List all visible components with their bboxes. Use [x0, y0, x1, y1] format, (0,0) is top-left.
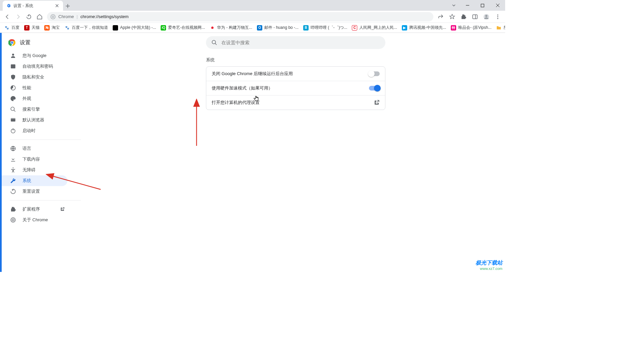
sidebar-item-appearance[interactable]: 外观	[2, 93, 67, 104]
settings-search[interactable]	[206, 36, 385, 49]
bookmark-item[interactable]: Apple (中国大陆) -...	[111, 23, 158, 32]
settings-header: 设置	[2, 37, 86, 50]
sidebar-item-privacy[interactable]: 隐私和安全	[2, 72, 67, 82]
search-icon	[10, 106, 16, 113]
titlebar: 设置 - 系统	[0, 0, 505, 11]
bookmark-item[interactable]: B哔哩哔哩 (゜-゜)つ...	[301, 23, 349, 32]
url-text: chrome://settings/system	[80, 14, 129, 19]
autofill-icon	[10, 63, 16, 70]
sidebar-item-extensions[interactable]: 扩展程序	[2, 204, 67, 215]
folder-icon	[496, 25, 501, 31]
home-button[interactable]	[34, 11, 45, 22]
svg-point-7	[497, 16, 498, 17]
menu-kebab-icon[interactable]	[492, 11, 503, 22]
globe-icon	[10, 145, 16, 152]
maximize-button[interactable]	[475, 0, 490, 10]
chrome-logo-icon	[50, 14, 56, 19]
svg-point-21	[11, 218, 15, 222]
sidepanel-icon[interactable]	[470, 11, 480, 22]
svg-rect-13	[11, 64, 15, 68]
chrome-logo-icon	[8, 39, 16, 46]
bookmarks-bar: 🐾百度 T天猫 淘淘宝 🐾百度一下，你就知道 Apple (中国大陆) -...…	[0, 23, 505, 33]
svg-point-2	[52, 16, 54, 17]
forward-button[interactable]	[13, 11, 23, 22]
close-tab-icon[interactable]	[54, 3, 60, 8]
svg-rect-3	[473, 15, 477, 19]
sidebar-item-reset[interactable]: 重置设置	[2, 186, 67, 197]
svg-point-11	[11, 41, 13, 44]
settings-title: 设置	[20, 39, 31, 46]
svg-point-8	[497, 18, 498, 19]
browser-icon	[10, 117, 16, 123]
bookmark-star-icon[interactable]	[447, 11, 458, 22]
svg-rect-0	[481, 4, 484, 7]
divider	[10, 139, 81, 140]
sidebar-item-autofill[interactable]: 自动填充和密码	[2, 61, 67, 72]
open-in-new-icon	[374, 100, 380, 106]
sidebar-item-system[interactable]: 系统	[2, 175, 67, 186]
window-controls	[448, 0, 505, 11]
toggle-hardware-accel[interactable]	[369, 86, 380, 91]
accessibility-icon	[10, 167, 16, 173]
search-input[interactable]	[221, 40, 380, 45]
settings-main: 系统 关闭 Google Chrome 后继续运行后台应用 使用硬件加速模式（如…	[86, 33, 505, 272]
sidebar-item-downloads[interactable]: 下载内容	[2, 154, 67, 165]
toggle-background-apps[interactable]	[369, 71, 380, 76]
bookmark-item[interactable]: iQ爱奇艺-在线视频网...	[159, 23, 207, 32]
reset-icon	[10, 188, 16, 195]
svg-point-5	[485, 15, 488, 17]
bookmark-item[interactable]: 🐾百度	[2, 23, 21, 32]
sidebar-item-accessibility[interactable]: 无障碍	[2, 165, 67, 175]
sidebar-item-search[interactable]: 搜索引擎	[2, 104, 67, 115]
share-icon[interactable]	[435, 11, 446, 22]
svg-point-12	[12, 54, 14, 56]
section-title: 系统	[206, 57, 385, 63]
palette-icon	[10, 95, 16, 102]
svg-point-22	[12, 219, 14, 221]
svg-rect-17	[11, 118, 15, 119]
settings-sidebar: 设置 您与 Google 自动填充和密码 隐私和安全 性能 外观 搜索引擎 默认…	[2, 33, 86, 272]
sidebar-item-about[interactable]: 关于 Chrome	[2, 215, 67, 225]
watermark: 极光下载站 www.xz7.com	[476, 259, 502, 271]
extensions-icon[interactable]	[458, 11, 469, 22]
power-icon	[10, 127, 16, 134]
all-bookmarks[interactable]: 所有书签	[494, 23, 505, 32]
url-scheme-label: Chrome	[58, 14, 74, 19]
settings-content: 设置 您与 Google 自动填充和密码 隐私和安全 性能 外观 搜索引擎 默认…	[0, 33, 505, 272]
chrome-outline-icon	[10, 217, 16, 223]
chevron-down-icon[interactable]	[448, 0, 460, 10]
sidebar-item-performance[interactable]: 性能	[2, 82, 67, 93]
speedometer-icon	[10, 84, 16, 91]
browser-tab[interactable]: 设置 - 系统	[3, 1, 63, 11]
sidebar-item-languages[interactable]: 语言	[2, 143, 67, 154]
bookmark-item[interactable]: C人民网_网上的人民...	[350, 23, 399, 32]
bookmark-item[interactable]: 特唯品会- (原Vipsh...	[449, 23, 493, 32]
bookmark-item[interactable]: O邮件 - huang bo -...	[255, 23, 301, 32]
tab-title: 设置 - 系统	[13, 3, 52, 9]
sidebar-item-startup[interactable]: 启动时	[2, 125, 67, 136]
divider	[10, 200, 81, 200]
row-proxy-settings[interactable]: 打开您计算机的代理设置	[206, 95, 385, 110]
new-tab-button[interactable]	[63, 1, 72, 11]
bookmark-item[interactable]: ❀华为 - 构建万物互...	[208, 23, 254, 32]
sidebar-item-you-and-google[interactable]: 您与 Google	[2, 50, 67, 61]
bookmark-item[interactable]: 🐾百度一下，你就知道	[62, 23, 110, 32]
reload-button[interactable]	[23, 11, 34, 22]
minimize-button[interactable]	[460, 0, 475, 10]
close-window-button[interactable]	[490, 0, 505, 10]
profile-avatar[interactable]	[481, 11, 492, 22]
browser-toolbar: Chrome | chrome://settings/system	[0, 11, 505, 23]
system-settings-card: 关闭 Google Chrome 后继续运行后台应用 使用硬件加速模式（如果可用…	[206, 66, 385, 110]
svg-point-23	[212, 40, 216, 44]
svg-point-15	[11, 107, 14, 111]
bookmark-item[interactable]: T天猫	[22, 23, 42, 32]
wrench-icon	[10, 177, 16, 184]
back-button[interactable]	[2, 11, 13, 22]
search-icon	[211, 40, 217, 46]
person-icon	[10, 52, 16, 59]
bookmark-item[interactable]: ▶腾讯视频-中国领先...	[400, 23, 448, 32]
download-icon	[10, 156, 16, 163]
sidebar-item-default-browser[interactable]: 默认浏览器	[2, 115, 67, 125]
address-bar[interactable]: Chrome | chrome://settings/system	[47, 12, 433, 21]
bookmark-item[interactable]: 淘淘宝	[42, 23, 62, 32]
